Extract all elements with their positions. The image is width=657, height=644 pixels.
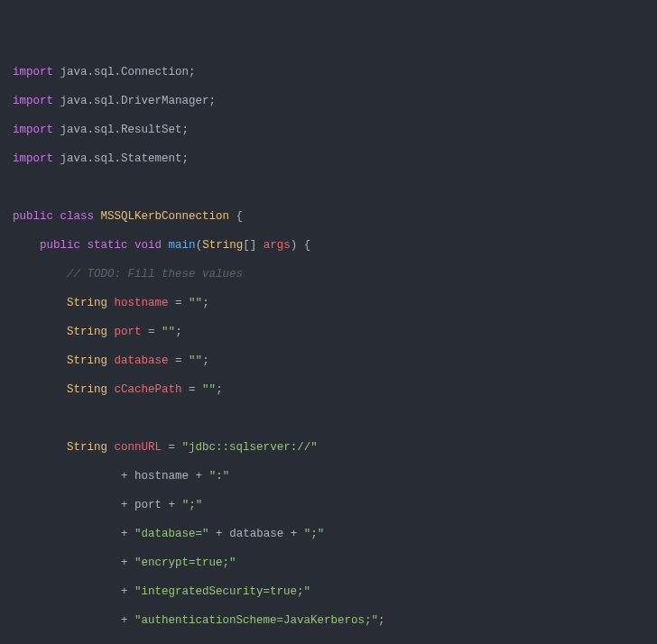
conn-url-part: + "authenticationScheme=JavaKerberos;"; [13,613,644,628]
conn-url-part: + "encrypt=true;" [13,556,644,570]
import-line: import java.sql.DriverManager; [13,94,644,108]
code-block: import java.sql.Connection; import java.… [13,65,644,644]
import-line: import java.sql.Statement; [13,152,644,166]
var-decl: String port = ""; [13,325,644,339]
var-decl: String hostname = ""; [13,296,644,310]
class-decl: public class MSSQLKerbConnection { [13,209,644,224]
conn-url-part: + "database=" + database + ";" [13,527,644,541]
todo-comment: // TODO: Fill these values [13,267,644,281]
import-line: import java.sql.ResultSet; [13,123,644,137]
import-line: import java.sql.Connection; [13,65,644,79]
conn-url-decl: String connURL = "jdbc::sqlserver://" [13,440,644,455]
var-decl: String database = ""; [13,354,644,368]
conn-url-part: + port + ";" [13,498,644,512]
main-decl: public static void main(String[] args) { [13,238,644,253]
var-decl: String cCachePath = ""; [13,382,644,397]
conn-url-part: + "integratedSecurity=true;" [13,584,644,599]
conn-url-part: + hostname + ":" [13,469,644,483]
